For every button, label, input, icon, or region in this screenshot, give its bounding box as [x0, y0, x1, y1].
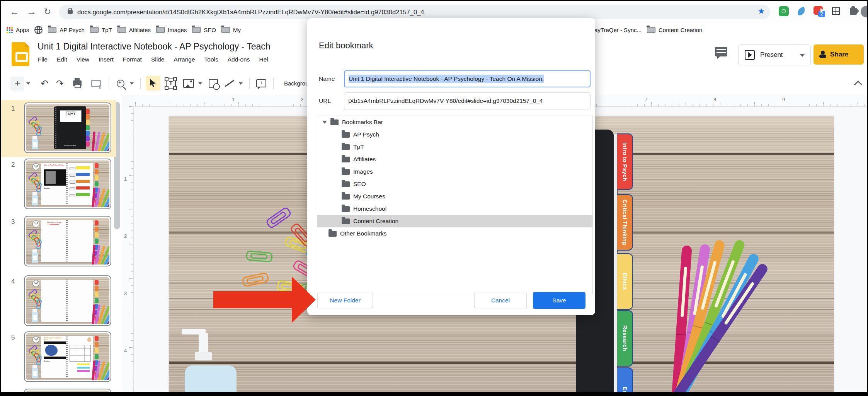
- name-input[interactable]: Unit 1 Digital Interactive Notebook - AP…: [344, 70, 591, 87]
- new-slide-dropdown-icon[interactable]: [24, 72, 32, 95]
- back-icon[interactable]: ←: [10, 5, 19, 18]
- bookmark-star-icon[interactable]: ★: [757, 7, 765, 16]
- bookmark-folder-my[interactable]: My: [221, 27, 241, 33]
- paint-format-icon[interactable]: [89, 72, 102, 95]
- tree-item-homeschool[interactable]: Homeschool: [317, 203, 592, 215]
- dialog-title: Edit bookmark: [319, 41, 373, 51]
- menu-view[interactable]: View: [77, 56, 89, 63]
- bird-extension-icon[interactable]: [797, 6, 807, 16]
- present-button[interactable]: Present: [738, 44, 811, 65]
- menu-format[interactable]: Format: [123, 56, 142, 63]
- insert-image-tool[interactable]: [182, 72, 195, 95]
- extensions-puzzle-icon[interactable]: [850, 8, 857, 15]
- tree-item-ap-psych[interactable]: AP Psych: [317, 128, 592, 141]
- url-input[interactable]: tXb1sA4mbRLPzzindELqRDwMv7V-Y80/edit#sli…: [344, 92, 591, 109]
- tree-item-seo[interactable]: SEO: [317, 178, 592, 190]
- redo-icon[interactable]: ↷: [53, 72, 66, 95]
- document-title[interactable]: Unit 1 Digital Interactive Notebook - AP…: [37, 41, 271, 52]
- notebook-tab-experi[interactable]: Experi: [617, 367, 633, 392]
- slide-thumbnail-2[interactable]: Intro to Psych Video NotesDirections:Ψ: [24, 159, 111, 209]
- present-dropdown-icon[interactable]: [800, 54, 805, 57]
- zoom-icon[interactable]: [114, 72, 127, 95]
- bookmark-folder-tpt[interactable]: TpT: [90, 27, 112, 33]
- notebook-tab-intro-to-psych[interactable]: Intro to Psych: [617, 133, 633, 190]
- new-slide-button[interactable]: +: [10, 72, 24, 95]
- slide-number: 1: [11, 105, 15, 113]
- hand-sanitizer-image: [182, 329, 240, 392]
- slide-number: 3: [11, 218, 15, 226]
- tree-item-my-courses[interactable]: My Courses: [317, 190, 592, 203]
- slide-thumbnail-3[interactable]: Free Intro to Psych Guided NotesΨ: [24, 216, 111, 266]
- menu-slide[interactable]: Slide: [151, 56, 164, 63]
- share-person-icon: [819, 51, 826, 58]
- tree-item-other-bookmarks[interactable]: Other Bookmarks: [317, 227, 592, 240]
- google-slides-icon[interactable]: [12, 42, 29, 66]
- tree-item-content-creation[interactable]: Content Creation: [317, 215, 592, 227]
- bookmark-folder-ap-psych[interactable]: AP Psych: [48, 27, 85, 33]
- bitmoji-extension-icon[interactable]: ☺: [779, 6, 789, 16]
- bookmark-folder-seo[interactable]: SEO: [192, 27, 216, 33]
- folder-icon: [647, 27, 655, 33]
- notebook-tab-critical-thinking[interactable]: Critical Thinking: [617, 194, 633, 251]
- tree-item-tpt[interactable]: TpT: [317, 141, 592, 153]
- zoom-dropdown-icon[interactable]: [128, 72, 136, 95]
- bookmark-folder-images[interactable]: Images: [156, 27, 187, 33]
- select-tool[interactable]: [146, 76, 160, 90]
- ruler-number: 2: [301, 97, 303, 102]
- ruler-number: 8: [713, 97, 716, 102]
- menu-arrange[interactable]: Arrange: [174, 56, 195, 63]
- insert-comment-icon[interactable]: +: [255, 72, 268, 95]
- new-folder-button[interactable]: New Folder: [317, 292, 373, 309]
- line-dropdown-icon[interactable]: [237, 72, 245, 95]
- image-dropdown-icon[interactable]: [196, 72, 204, 95]
- apps-shortcut[interactable]: Apps: [7, 27, 29, 33]
- ruler-number: 4: [124, 348, 127, 353]
- screencast-extension-icon[interactable]: 2: [814, 6, 823, 15]
- bookmark-item-paytraqer[interactable]: ayTraQer - Sync...: [594, 27, 642, 33]
- menu-file[interactable]: File: [38, 56, 48, 63]
- url-text[interactable]: docs.google.com/presentation/d/14S0dIGh2…: [77, 9, 424, 16]
- menu-tools[interactable]: Tools: [204, 56, 218, 63]
- globe-bookmark[interactable]: [34, 26, 43, 34]
- slide-thumbnail-5[interactable]: Thinking Critically Video NotesDirection…: [24, 331, 111, 382]
- slide-thumbnail-6[interactable]: [24, 389, 111, 392]
- expand-triangle-icon[interactable]: [322, 121, 327, 124]
- shape-tool[interactable]: [207, 72, 220, 95]
- lock-icon: [68, 10, 73, 14]
- menu-edit[interactable]: Edit: [57, 56, 67, 63]
- paper-clip-image: [265, 206, 293, 229]
- tree-item-images[interactable]: Images: [317, 166, 592, 178]
- menu-hel[interactable]: Hel: [259, 56, 268, 63]
- tree-item-bookmarks-bar[interactable]: Bookmarks Bar: [317, 116, 592, 128]
- text-box-tool[interactable]: T: [164, 72, 177, 95]
- comments-icon[interactable]: [715, 47, 727, 56]
- save-button[interactable]: Save: [533, 292, 585, 309]
- avatar[interactable]: [861, 6, 867, 17]
- folder-icon: [221, 27, 230, 33]
- hide-menus-icon[interactable]: [854, 80, 862, 89]
- menu-add-ons[interactable]: Add-ons: [228, 56, 250, 63]
- cancel-button[interactable]: Cancel: [474, 292, 527, 309]
- folder-icon: [342, 218, 350, 224]
- notebook-tab-research[interactable]: Research: [617, 310, 633, 367]
- folder-icon: [342, 144, 350, 150]
- folder-icon: [342, 132, 350, 138]
- ruler-number: 3: [124, 290, 127, 296]
- notebook-tab-ethics[interactable]: Ethics: [617, 253, 633, 310]
- bookmark-folder-affiliates[interactable]: Affiliates: [117, 27, 151, 33]
- forward-icon[interactable]: →: [27, 5, 36, 18]
- folder-icon: [156, 27, 165, 33]
- undo-icon[interactable]: ↶: [38, 72, 51, 95]
- menu-insert[interactable]: Insert: [99, 56, 114, 63]
- slide-thumbnail-4[interactable]: Ψ: [24, 275, 111, 326]
- tree-item-affiliates[interactable]: Affiliates: [317, 153, 592, 166]
- slide-thumbnail-1[interactable]: AP PSYCHOLOGYUNIT 1Insert Name Here: [24, 102, 111, 153]
- line-tool[interactable]: [223, 72, 236, 95]
- share-button[interactable]: Share: [814, 44, 864, 65]
- grid-extension-icon[interactable]: [832, 7, 840, 15]
- reload-icon[interactable]: ↻: [44, 5, 51, 18]
- address-bar[interactable]: docs.google.com/presentation/d/14S0dIGh2…: [59, 5, 770, 19]
- folder-icon: [342, 181, 350, 187]
- print-icon[interactable]: [71, 72, 84, 95]
- bookmark-folder-content-creation[interactable]: Content Creation: [647, 27, 702, 33]
